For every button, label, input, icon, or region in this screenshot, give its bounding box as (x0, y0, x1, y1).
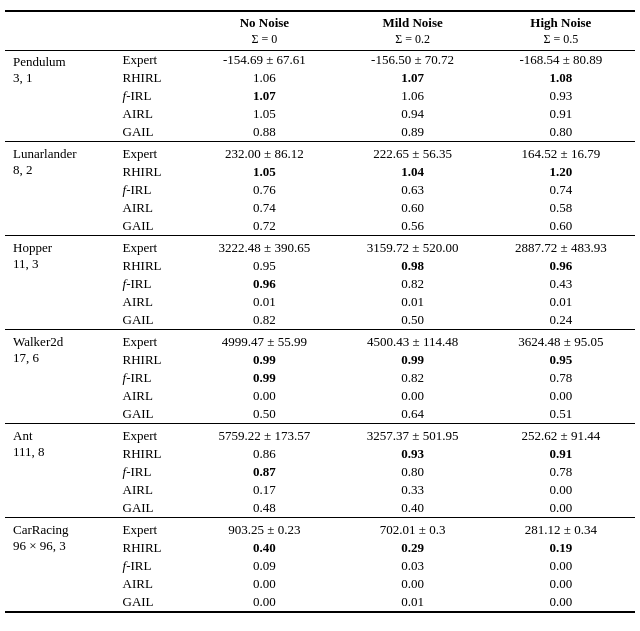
no-noise-value: 0.09 (190, 557, 338, 575)
mild-noise-value: 0.98 (338, 257, 486, 275)
no-noise-value: 5759.22 ± 173.57 (190, 424, 338, 446)
method-name: Expert (115, 142, 191, 164)
empty-header (5, 11, 190, 51)
high-noise-value: 0.19 (487, 539, 635, 557)
no-noise-value: 0.87 (190, 463, 338, 481)
no-noise-value: 0.00 (190, 575, 338, 593)
method-name: f-IRL (115, 275, 191, 293)
mild-noise-value: 0.01 (338, 593, 486, 612)
method-name: RHIRL (115, 257, 191, 275)
no-noise-value: 0.76 (190, 181, 338, 199)
method-name: GAIL (115, 123, 191, 142)
mild-noise-value: 0.64 (338, 405, 486, 424)
mild-noise-value: 0.93 (338, 445, 486, 463)
env-name: Hopper11, 3 (5, 236, 115, 330)
high-noise-value: 0.00 (487, 481, 635, 499)
method-name: f-IRL (115, 369, 191, 387)
no-noise-value: 0.48 (190, 499, 338, 518)
env-name: CarRacing96 × 96, 3 (5, 518, 115, 613)
no-noise-value: 1.07 (190, 87, 338, 105)
no-noise-value: 0.17 (190, 481, 338, 499)
no-noise-value: 0.95 (190, 257, 338, 275)
method-name: RHIRL (115, 69, 191, 87)
high-noise-label: High Noise (530, 15, 591, 30)
mild-noise-value: 0.01 (338, 293, 486, 311)
high-noise-value: 0.60 (487, 217, 635, 236)
high-noise-value: 0.58 (487, 199, 635, 217)
no-noise-value: 0.01 (190, 293, 338, 311)
method-name: GAIL (115, 499, 191, 518)
method-name: AIRL (115, 575, 191, 593)
method-name: AIRL (115, 199, 191, 217)
method-name: GAIL (115, 311, 191, 330)
no-noise-value: 0.00 (190, 593, 338, 612)
mild-noise-value: 0.56 (338, 217, 486, 236)
high-noise-value: 0.24 (487, 311, 635, 330)
no-noise-value: 3222.48 ± 390.65 (190, 236, 338, 258)
method-name: f-IRL (115, 181, 191, 199)
no-noise-value: 0.74 (190, 199, 338, 217)
high-noise-sub: Σ = 0.5 (543, 32, 578, 46)
no-noise-sub: Σ = 0 (251, 32, 277, 46)
no-noise-value: 0.86 (190, 445, 338, 463)
high-noise-value: 0.51 (487, 405, 635, 424)
high-noise-value: 0.91 (487, 445, 635, 463)
method-name: f-IRL (115, 87, 191, 105)
mild-noise-value: 702.01 ± 0.3 (338, 518, 486, 540)
high-noise-value: 1.08 (487, 69, 635, 87)
method-name: GAIL (115, 405, 191, 424)
mild-noise-value: 0.80 (338, 463, 486, 481)
no-noise-value: 0.88 (190, 123, 338, 142)
no-noise-value: 0.40 (190, 539, 338, 557)
mild-noise-value: 0.29 (338, 539, 486, 557)
mild-noise-value: 0.63 (338, 181, 486, 199)
mild-noise-value: 0.00 (338, 387, 486, 405)
mild-noise-value: 0.60 (338, 199, 486, 217)
no-noise-label: No Noise (240, 15, 289, 30)
high-noise-header: High Noise Σ = 0.5 (487, 11, 635, 51)
method-name: RHIRL (115, 163, 191, 181)
high-noise-value: 2887.72 ± 483.93 (487, 236, 635, 258)
method-name: Expert (115, 518, 191, 540)
env-name: Pendulum3, 1 (5, 51, 115, 142)
no-noise-value: 0.99 (190, 351, 338, 369)
env-name: Ant111, 8 (5, 424, 115, 518)
high-noise-value: 0.91 (487, 105, 635, 123)
high-noise-value: 0.00 (487, 387, 635, 405)
high-noise-value: 3624.48 ± 95.05 (487, 330, 635, 352)
mild-noise-value: 0.50 (338, 311, 486, 330)
method-name: Expert (115, 236, 191, 258)
no-noise-value: 1.05 (190, 105, 338, 123)
mild-noise-value: 3257.37 ± 501.95 (338, 424, 486, 446)
mild-noise-value: 0.33 (338, 481, 486, 499)
mild-noise-value: 4500.43 ± 114.48 (338, 330, 486, 352)
high-noise-value: 0.96 (487, 257, 635, 275)
method-name: AIRL (115, 387, 191, 405)
method-name: RHIRL (115, 351, 191, 369)
no-noise-value: 232.00 ± 86.12 (190, 142, 338, 164)
mild-noise-value: 3159.72 ± 520.00 (338, 236, 486, 258)
high-noise-value: 281.12 ± 0.34 (487, 518, 635, 540)
mild-noise-value: 0.89 (338, 123, 486, 142)
no-noise-header: No Noise Σ = 0 (190, 11, 338, 51)
no-noise-value: 0.82 (190, 311, 338, 330)
mild-noise-value: 0.82 (338, 275, 486, 293)
high-noise-value: 0.80 (487, 123, 635, 142)
no-noise-value: 0.00 (190, 387, 338, 405)
method-name: Expert (115, 51, 191, 70)
high-noise-value: 0.74 (487, 181, 635, 199)
mild-noise-value: 1.07 (338, 69, 486, 87)
env-name: Lunarlander8, 2 (5, 142, 115, 236)
high-noise-value: 0.00 (487, 575, 635, 593)
mild-noise-value: 0.82 (338, 369, 486, 387)
no-noise-value: 0.96 (190, 275, 338, 293)
high-noise-value: 0.01 (487, 293, 635, 311)
mild-noise-value: 0.40 (338, 499, 486, 518)
method-name: GAIL (115, 593, 191, 612)
mild-noise-value: 0.99 (338, 351, 486, 369)
method-name: Expert (115, 330, 191, 352)
mild-noise-label: Mild Noise (382, 15, 442, 30)
method-name: AIRL (115, 481, 191, 499)
high-noise-value: 0.00 (487, 593, 635, 612)
mild-noise-value: 1.04 (338, 163, 486, 181)
